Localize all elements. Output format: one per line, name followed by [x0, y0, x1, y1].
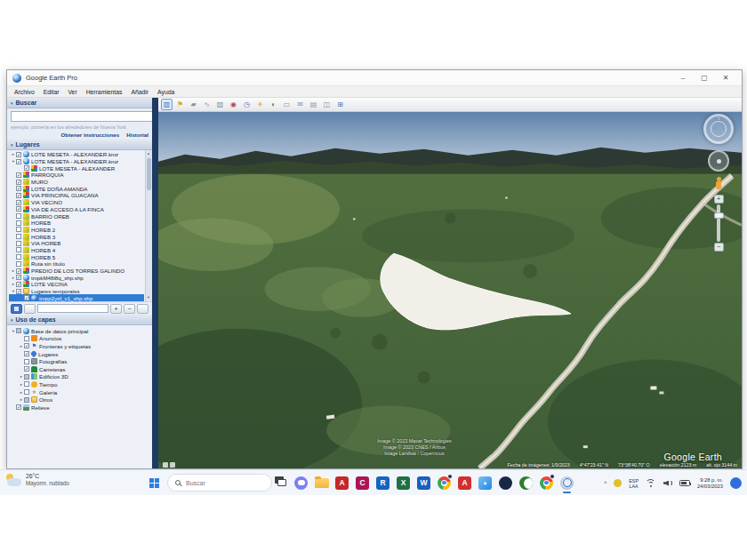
- chrome-profile2-button[interactable]: [539, 474, 554, 492]
- layer-item[interactable]: ✓Relieve: [9, 404, 150, 412]
- zoom-in-button[interactable]: +: [714, 195, 724, 204]
- green-app-button[interactable]: [518, 474, 534, 492]
- place-checkbox[interactable]: ✓: [16, 275, 21, 280]
- menu-herramientas[interactable]: Herramientas: [82, 89, 127, 95]
- place-item[interactable]: ▾✓LOTE MESETA - ALEXANDER.kmz: [9, 158, 144, 165]
- taskbar-search[interactable]: Buscar: [167, 474, 272, 492]
- layer-checkbox[interactable]: ✓: [24, 366, 29, 372]
- place-checkbox[interactable]: ✓: [16, 268, 21, 274]
- history-link[interactable]: Historial: [126, 132, 149, 138]
- layer-checkbox[interactable]: [24, 336, 29, 341]
- scroll-thumb[interactable]: [147, 158, 151, 190]
- save-image-button[interactable]: ◫: [321, 99, 333, 110]
- place-checkbox[interactable]: ✓: [16, 186, 21, 191]
- place-item[interactable]: ✓VIA PRINCIPAL GUACANA: [9, 192, 144, 199]
- place-checkbox[interactable]: ✓: [16, 193, 21, 198]
- close-button[interactable]: ✕: [715, 71, 736, 85]
- add-polygon-button[interactable]: ▰: [188, 99, 199, 110]
- places-search-button[interactable]: [11, 304, 22, 314]
- planets-button[interactable]: ◐: [268, 99, 279, 110]
- layer-checkbox[interactable]: [24, 397, 29, 403]
- volume-icon[interactable]: [663, 479, 672, 487]
- place-item[interactable]: ✓LOTE DOÑA AMANDA: [9, 185, 144, 192]
- layer-checkbox[interactable]: [24, 374, 29, 380]
- tray-chevron-icon[interactable]: ^: [604, 480, 606, 486]
- layers-panel-header[interactable]: ▾ Uso de capas: [7, 315, 152, 325]
- place-checkbox[interactable]: [16, 213, 21, 219]
- search-input[interactable]: [11, 111, 173, 122]
- layer-item[interactable]: ✓Lugares: [9, 350, 150, 358]
- place-item[interactable]: ✓MURO: [9, 179, 144, 186]
- layer-item[interactable]: Anuncios: [9, 335, 150, 343]
- language-indicator[interactable]: ESPLAA: [629, 478, 639, 489]
- place-checkbox[interactable]: [16, 227, 21, 232]
- revit-button[interactable]: R: [375, 474, 390, 492]
- email-button[interactable]: ✉: [294, 99, 306, 110]
- place-item[interactable]: ▸✓LOTE VECINA: [9, 281, 144, 288]
- place-item[interactable]: HOREB 5: [9, 253, 144, 260]
- excel-button[interactable]: X: [396, 474, 411, 492]
- move-joystick[interactable]: [708, 150, 729, 172]
- place-checkbox[interactable]: ✓: [16, 172, 21, 178]
- place-item[interactable]: HOREB 4: [9, 247, 144, 254]
- place-item[interactable]: ▸✓LOTE MESETA - ALEXANDER.kmz: [9, 151, 144, 158]
- place-checkbox[interactable]: [16, 220, 21, 226]
- place-item[interactable]: HOREB 2: [9, 227, 144, 234]
- dark-app-button[interactable]: [498, 474, 513, 492]
- place-item[interactable]: Ruta sin título: [9, 260, 144, 268]
- zoom-in-place-button[interactable]: +: [110, 304, 122, 314]
- photos-button[interactable]: ▲: [478, 474, 493, 492]
- place-item[interactable]: ▸✓tmpkM48i8q_shp.shp: [9, 274, 144, 281]
- scroll-up-icon[interactable]: ▴: [145, 150, 152, 157]
- place-checkbox[interactable]: ✓: [16, 159, 21, 164]
- menu-ayuda[interactable]: Ayuda: [153, 89, 179, 95]
- zoom-slider[interactable]: + −: [713, 195, 724, 252]
- place-item[interactable]: BARRIO OREB: [9, 212, 144, 220]
- places-scrollbar[interactable]: ▴ ▾: [145, 150, 152, 301]
- pegman-icon[interactable]: [714, 177, 723, 190]
- place-item[interactable]: ✓LOTE MESETA - ALEXANDER: [9, 164, 144, 172]
- layer-checkbox[interactable]: [24, 389, 29, 395]
- look-joystick[interactable]: N: [703, 114, 734, 144]
- sunlight-button[interactable]: ☀: [254, 99, 266, 110]
- layer-item[interactable]: ▸Tiempo: [9, 380, 150, 388]
- tray-app-icon[interactable]: [614, 479, 622, 487]
- layer-checkbox[interactable]: ✓: [24, 343, 29, 348]
- google-earth-button[interactable]: [559, 474, 574, 492]
- place-checkbox[interactable]: ✓: [24, 165, 29, 171]
- layer-checkbox[interactable]: [24, 359, 29, 364]
- search-panel-header[interactable]: ▾ Buscar: [7, 98, 152, 108]
- place-checkbox[interactable]: ✓: [24, 295, 29, 300]
- maximize-button[interactable]: ▢: [694, 71, 715, 85]
- weather-widget[interactable]: 26°C Mayorm. nublado: [5, 473, 69, 487]
- place-checkbox[interactable]: [16, 234, 21, 239]
- civil3d-button[interactable]: C: [355, 474, 370, 492]
- layer-checkbox[interactable]: ✓: [16, 404, 21, 410]
- map-viewport[interactable]: N + − Image © 2023 Maxar: [158, 112, 742, 468]
- places-panel-header[interactable]: ▾ Lugares: [7, 140, 152, 150]
- place-checkbox[interactable]: [16, 261, 21, 267]
- places-view-button[interactable]: [24, 304, 36, 314]
- chrome-button[interactable]: [437, 474, 452, 492]
- place-item[interactable]: ▾✓Lugares temporales: [9, 288, 144, 295]
- wifi-icon[interactable]: [646, 479, 656, 487]
- menu-editar[interactable]: Editar: [39, 89, 64, 95]
- start-button[interactable]: [145, 474, 163, 492]
- print-button[interactable]: ▤: [308, 99, 319, 110]
- places-filter-input[interactable]: [37, 304, 108, 313]
- place-checkbox[interactable]: ✓: [16, 282, 21, 287]
- place-item[interactable]: VIA HOREB: [9, 240, 144, 247]
- layer-item[interactable]: ▸✓⚑Fronteras y etiquetas: [9, 342, 150, 350]
- sidebar-splitter[interactable]: [152, 98, 158, 468]
- place-checkbox[interactable]: ✓: [16, 206, 21, 212]
- autocad-button[interactable]: A: [334, 474, 349, 492]
- place-item[interactable]: ✓tmpp2ysf_v1_shp.shp: [9, 294, 144, 301]
- notification-icon[interactable]: [730, 477, 742, 489]
- historical-imagery-button[interactable]: ◷: [241, 99, 253, 110]
- place-checkbox[interactable]: ✓: [16, 152, 21, 157]
- scroll-down-icon[interactable]: ▾: [145, 294, 152, 301]
- place-item[interactable]: ✓PARROQUIA: [9, 172, 144, 179]
- clock[interactable]: 9:28 p. m. 24/03/2023: [697, 477, 723, 490]
- route-button[interactable]: [137, 304, 149, 314]
- battery-icon[interactable]: [679, 480, 690, 486]
